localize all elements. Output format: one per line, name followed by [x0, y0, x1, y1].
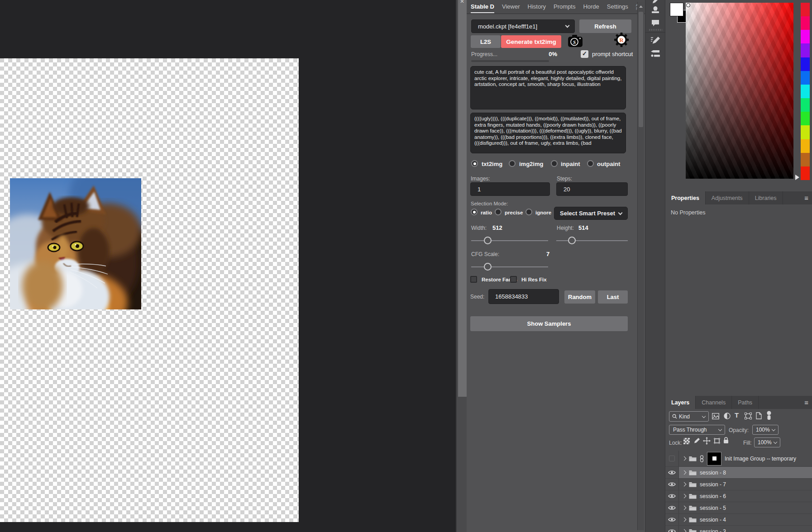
layer-filter-kind-select[interactable]: Kind — [669, 411, 709, 422]
radio-ignore[interactable] — [525, 209, 532, 215]
layer-row-body[interactable]: Init Image Group -- temporary — [679, 451, 812, 466]
l2s-button[interactable]: L2S — [471, 35, 501, 48]
last-seed-button[interactable]: Last — [598, 290, 628, 304]
width-slider-track[interactable] — [471, 240, 548, 241]
radio-img2img-label[interactable]: img2img — [519, 161, 543, 167]
hue-segment[interactable] — [801, 43, 810, 57]
lock-artboard-icon[interactable] — [713, 437, 721, 444]
lock-transparency-icon[interactable] — [683, 438, 690, 444]
color-gradient-field[interactable] — [686, 3, 793, 179]
generated-cat-image[interactable] — [10, 178, 141, 309]
layer-name[interactable]: Init Image Group -- temporary — [725, 456, 796, 462]
eye-icon[interactable] — [668, 517, 676, 522]
panel-menu-icon[interactable]: ≡ — [804, 399, 812, 406]
steps-input[interactable] — [556, 182, 628, 196]
random-seed-button[interactable]: Random — [564, 290, 595, 304]
expand-chevron-icon[interactable] — [682, 494, 687, 499]
layer-name[interactable]: session - 6 — [700, 493, 726, 499]
comment-icon[interactable] — [651, 19, 659, 27]
show-samplers-button[interactable]: Show Samplers — [470, 316, 628, 331]
tool-presets-icon[interactable] — [650, 50, 660, 58]
expand-chevron-icon[interactable] — [682, 470, 687, 475]
eye-icon[interactable] — [668, 482, 676, 487]
panel-menu-icon[interactable]: ≡ — [804, 194, 812, 202]
layer-row-body[interactable]: session - 7 — [679, 479, 812, 490]
filter-pixel-layers-icon[interactable] — [712, 413, 719, 419]
layer-mask-thumbnail[interactable] — [707, 452, 721, 466]
tab-viewer[interactable]: Viewer — [502, 0, 520, 13]
model-select[interactable]: model.ckpt [fe4efff1e1] — [471, 19, 575, 33]
layer-row-body[interactable]: session - 5 — [679, 502, 812, 513]
foreground-color-swatch[interactable] — [670, 3, 683, 16]
eye-cell[interactable] — [665, 502, 679, 513]
color-cursor-icon[interactable] — [686, 3, 690, 7]
visibility-checkbox[interactable] — [669, 456, 675, 461]
height-slider-knob[interactable] — [568, 237, 576, 244]
expand-chevron-icon[interactable] — [682, 456, 687, 461]
expand-chevron-icon[interactable] — [682, 506, 687, 510]
hue-segment[interactable] — [801, 153, 810, 166]
plugin-scrollbar[interactable] — [637, 2, 644, 530]
layer-row[interactable]: session - 8 — [665, 467, 812, 479]
images-input[interactable] — [470, 182, 550, 196]
panel-grip[interactable] — [649, 29, 662, 31]
canvas-area[interactable] — [0, 0, 456, 532]
filter-smart-objects-icon[interactable] — [756, 412, 762, 419]
eye-cell[interactable] — [665, 479, 679, 490]
layer-row-body[interactable]: session - 8 — [679, 467, 812, 478]
opacity-select[interactable]: 100% — [752, 425, 779, 435]
lock-all-icon[interactable] — [723, 437, 729, 444]
layer-row-body[interactable]: session - 3 — [679, 526, 812, 532]
radio-img2img[interactable] — [509, 160, 516, 167]
expand-chevron-icon[interactable] — [682, 518, 687, 522]
radio-ratio[interactable] — [471, 209, 478, 215]
expand-chevron-icon[interactable] — [682, 529, 687, 532]
hue-segment[interactable] — [801, 71, 810, 85]
layer-row[interactable]: session - 7 — [665, 479, 812, 490]
hue-segment[interactable] — [801, 112, 810, 125]
radio-inpaint-label[interactable]: inpaint — [561, 161, 580, 167]
restore-faces-checkbox[interactable] — [470, 276, 477, 283]
tab-prompts[interactable]: Prompts — [554, 0, 575, 13]
hue-segment[interactable] — [801, 166, 810, 180]
radio-ignore-label[interactable]: ignore — [535, 210, 551, 215]
width-slider-knob[interactable] — [484, 237, 492, 244]
eye-icon[interactable] — [668, 529, 676, 532]
eye-cell[interactable] — [665, 490, 679, 502]
tab-history[interactable]: History — [528, 0, 546, 13]
refresh-button[interactable]: Refresh — [579, 19, 631, 33]
layer-row[interactable]: Init Image Group -- temporary — [665, 451, 812, 467]
filter-toggle-icon[interactable] — [766, 411, 772, 420]
layer-name[interactable]: session - 3 — [700, 528, 726, 532]
layer-name[interactable]: session - 7 — [700, 481, 726, 488]
brush-settings-icon[interactable] — [650, 36, 660, 45]
hi-res-fix-checkbox[interactable] — [510, 276, 517, 283]
tab-libraries[interactable]: Libraries — [749, 191, 783, 204]
hue-segment[interactable] — [801, 16, 810, 30]
scrollbar-thumb[interactable]: ✕ — [458, 0, 467, 397]
filter-shape-layers-icon[interactable] — [745, 413, 752, 419]
radio-precise[interactable] — [495, 209, 502, 215]
eye-cell[interactable] — [665, 526, 679, 532]
radio-precise-label[interactable]: precise — [505, 210, 523, 215]
hue-segment[interactable] — [801, 30, 810, 43]
radio-txt2img-label[interactable]: txt2img — [482, 161, 502, 167]
tab-channels[interactable]: Channels — [696, 396, 732, 409]
scroll-up-icon[interactable] — [639, 5, 643, 8]
smart-preset-select[interactable]: Select Smart Preset — [554, 207, 628, 220]
gear-r-settings-icon[interactable]: R — [613, 32, 630, 48]
fill-select[interactable]: 100% — [754, 437, 780, 447]
blend-mode-select[interactable]: Pass Through — [669, 425, 725, 435]
cfg-slider-track[interactable] — [471, 266, 548, 267]
hue-segment[interactable] — [801, 139, 810, 153]
filter-adjustment-layers-icon[interactable] — [724, 413, 731, 419]
radio-inpaint[interactable] — [551, 160, 558, 167]
seed-input[interactable] — [488, 289, 559, 304]
layer-row[interactable]: session - 5 — [665, 502, 812, 514]
tab-paths[interactable]: Paths — [732, 396, 759, 409]
radio-ratio-label[interactable]: ratio — [481, 210, 492, 215]
layer-name[interactable]: session - 5 — [700, 505, 726, 511]
filter-type-layers-icon[interactable]: T — [735, 411, 739, 419]
lock-pixels-brush-icon[interactable] — [693, 437, 700, 444]
radio-outpaint[interactable] — [587, 160, 594, 167]
